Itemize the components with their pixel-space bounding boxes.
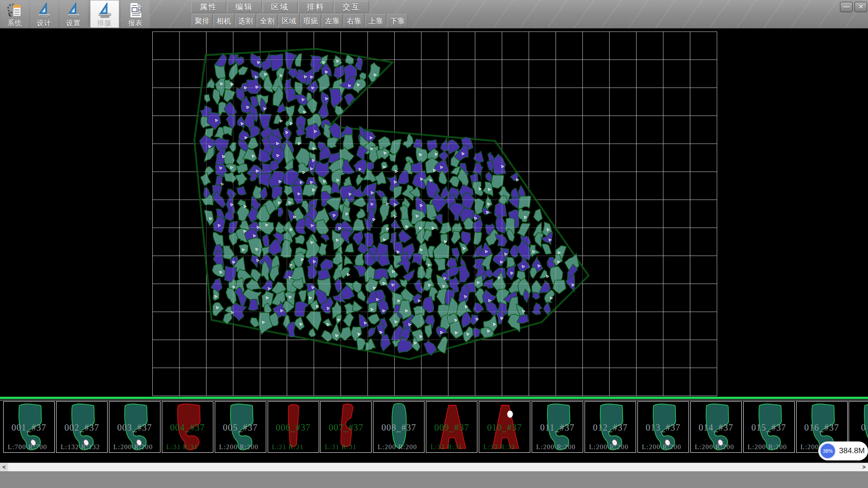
- part-thumbnail-1[interactable]: 001_#37L:700 R:700: [3, 401, 55, 453]
- nav-tab-label: 设计: [30, 19, 58, 27]
- app-window: 系统设计设置排版报表 属性编辑区域排料交互 聚排相机选割全割区域瑕疵左靠右靠上靠…: [0, 0, 868, 488]
- part-dimensions: L:31 R:31: [162, 443, 213, 451]
- layout-icon: [97, 2, 113, 19]
- part-label: 003_#37: [109, 422, 160, 433]
- parts-strip: 001_#37L:700 R:700002_#37L:132 R:132003_…: [0, 396, 868, 455]
- part-dimensions: L:132 R:132: [57, 443, 107, 451]
- tool-button-10[interactable]: 下靠: [387, 14, 408, 27]
- menu-item-2[interactable]: 编辑: [227, 1, 262, 13]
- tool-button-9[interactable]: 上靠: [365, 14, 386, 27]
- close-button[interactable]: ✕: [854, 2, 867, 12]
- part-dimensions: L:200 R:200: [373, 443, 424, 451]
- part-dimensions: L:32 R:31: [426, 443, 477, 451]
- strip-top-white-line: [0, 400, 868, 400]
- part-thumbnail-12[interactable]: 012_#37L:200 R:200: [585, 401, 636, 453]
- settings-icon: [66, 2, 82, 19]
- tool-button-5[interactable]: 区域: [278, 14, 299, 27]
- part-label: 008_#37: [373, 422, 424, 433]
- design-icon: [36, 2, 52, 19]
- progress-percent: 38%: [823, 448, 833, 454]
- tool-button-3[interactable]: 选割: [235, 14, 256, 27]
- nav-tab-label: 排版: [90, 19, 119, 27]
- part-dimensions: L:200 R:200: [638, 443, 689, 451]
- part-label: 011_#37: [532, 422, 583, 433]
- part-dimensions: L:33 R:33: [479, 443, 530, 451]
- part-label: 012_#37: [585, 422, 636, 433]
- part-dimensions: L:200 R:200: [585, 443, 636, 451]
- tool-button-2[interactable]: 相机: [213, 14, 234, 27]
- part-label: 006_#37: [268, 422, 319, 433]
- menu-item-5[interactable]: 交互: [334, 1, 369, 13]
- top-toolbar: 系统设计设置排版报表 属性编辑区域排料交互 聚排相机选割全割区域瑕疵左靠右靠上靠…: [0, 0, 868, 28]
- tool-button-8[interactable]: 右靠: [344, 14, 364, 27]
- tool-button-7[interactable]: 左靠: [322, 14, 343, 27]
- part-dimensions: L:200 R:200: [109, 443, 160, 451]
- nav-tab-3[interactable]: 设置: [59, 0, 88, 28]
- part-label: 004_#37: [162, 422, 213, 433]
- part-label: 010_#37: [479, 422, 530, 433]
- part-thumbnail-15[interactable]: 015_#37L:200 R:200: [743, 401, 795, 453]
- part-dimensions: L:31 R:31: [321, 443, 371, 451]
- part-label: 0: [849, 422, 868, 433]
- window-footer: [0, 471, 868, 488]
- part-thumbnail-2[interactable]: 002_#37L:132 R:132: [56, 401, 108, 453]
- part-label: 001_#37: [4, 422, 54, 433]
- part-dimensions: L:200 R:200: [691, 443, 741, 451]
- part-dimensions: L:200 R:200: [215, 443, 266, 451]
- part-label: 014_#37: [691, 422, 741, 433]
- part-label: 016_#37: [797, 422, 847, 433]
- menu-item-1[interactable]: 属性: [191, 1, 226, 13]
- part-dimensions: L:700 R:700: [4, 443, 54, 451]
- horizontal-scrollbar[interactable]: < >: [0, 463, 868, 471]
- menu-item-3[interactable]: 区域: [263, 1, 297, 13]
- part-dimensions: L:200 R:200: [744, 443, 794, 451]
- part-thumbnail-10[interactable]: 010_#37L:33 R:33: [479, 401, 530, 453]
- memory-value: 384.8M: [839, 446, 865, 455]
- part-thumbnail-14[interactable]: 014_#37L:200 R:200: [690, 401, 742, 453]
- minimize-button[interactable]: —: [840, 2, 853, 12]
- report-icon: [127, 2, 144, 19]
- nav-tab-label: 报表: [121, 19, 150, 27]
- part-thumbnail-13[interactable]: 013_#37L:200 R:200: [637, 401, 689, 453]
- part-label: 015_#37: [744, 422, 794, 433]
- nav-tab-1[interactable]: 系统: [0, 0, 29, 28]
- nav-tab-5[interactable]: 报表: [121, 0, 150, 28]
- part-thumbnail-8[interactable]: 008_#37L:200 R:200: [373, 401, 425, 453]
- progress-circle: 38%: [820, 443, 836, 459]
- part-thumbnail-5[interactable]: 005_#37L:200 R:200: [215, 401, 266, 453]
- part-thumbnail-4[interactable]: 004_#37L:31 R:31: [162, 401, 213, 453]
- nav-tab-label: 设置: [59, 19, 88, 27]
- nav-tab-label: 系统: [0, 19, 29, 27]
- nav-tab-4[interactable]: 排版: [90, 0, 119, 28]
- part-thumbnail-6[interactable]: 006_#37L:21 R:21: [268, 401, 319, 453]
- part-thumbnail-11[interactable]: 011_#37L:200 R:200: [532, 401, 583, 453]
- part-dimensions: L:200 R:200: [532, 443, 583, 451]
- memory-status-pill: 38% 384.8M: [818, 441, 868, 460]
- nav-tab-2[interactable]: 设计: [30, 0, 58, 28]
- part-dimensions: L:21 R:21: [268, 443, 319, 451]
- part-thumbnail-3[interactable]: 003_#37L:200 R:200: [109, 401, 160, 453]
- scroll-right-arrow[interactable]: >: [860, 463, 868, 471]
- system-icon: [7, 2, 23, 19]
- scroll-left-arrow[interactable]: <: [0, 463, 8, 471]
- part-label: 013_#37: [638, 422, 689, 433]
- part-thumbnail-7[interactable]: 007_#37L:31 R:31: [320, 401, 372, 453]
- part-thumbnail-9[interactable]: 009_#37L:32 R:31: [426, 401, 477, 453]
- tool-button-6[interactable]: 瑕疵: [300, 14, 321, 27]
- tool-button-1[interactable]: 聚排: [192, 14, 212, 27]
- part-label: 009_#37: [426, 422, 477, 433]
- part-label: 005_#37: [215, 422, 266, 433]
- strip-top-green-line: [0, 397, 868, 399]
- tool-button-4[interactable]: 全割: [257, 14, 278, 27]
- part-label: 007_#37: [321, 422, 371, 433]
- menu-item-4[interactable]: 排料: [298, 1, 333, 13]
- part-label: 002_#37: [57, 422, 107, 433]
